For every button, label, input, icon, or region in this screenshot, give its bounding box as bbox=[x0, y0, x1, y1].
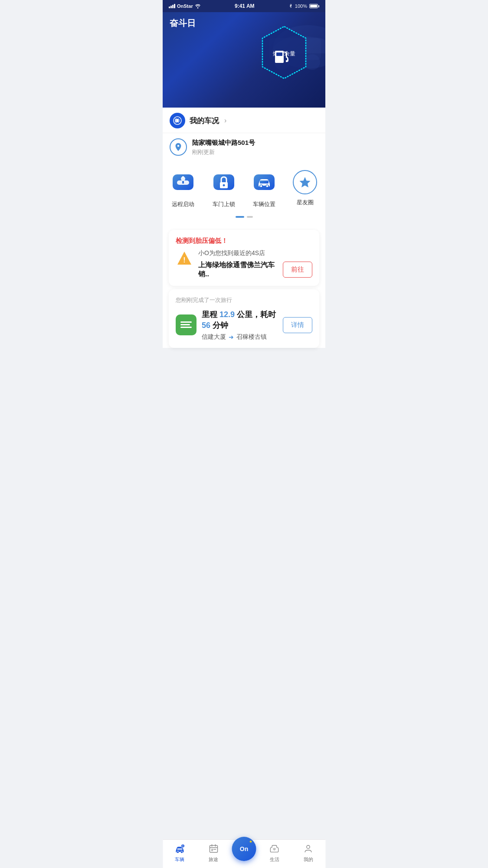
buick-logo bbox=[170, 113, 185, 128]
bluetooth-icon bbox=[288, 3, 293, 9]
alert-subtitle: 小O为您找到最近的4S店 bbox=[198, 249, 312, 257]
door-lock-icon-wrapper bbox=[212, 170, 236, 196]
hero-section: 奋斗日 燃油余量 bbox=[163, 12, 325, 108]
time-display: 9:41 AM bbox=[235, 3, 255, 9]
trip-duration-value: 56 bbox=[202, 321, 210, 330]
main-content: 我的车况 › 陆家嘴银城中路501号 刚刚更新 bbox=[163, 107, 325, 348]
quick-actions: 远程启动 bbox=[163, 161, 325, 213]
action-remote-start[interactable]: 远程启动 bbox=[163, 170, 203, 208]
dot-active bbox=[236, 216, 244, 218]
trip-subtitle: 您刚刚完成了一次旅行 bbox=[176, 296, 312, 304]
fuel-widget[interactable]: 燃油余量 bbox=[260, 25, 308, 80]
remote-start-label: 远程启动 bbox=[172, 200, 194, 208]
svg-point-21 bbox=[260, 185, 262, 187]
trip-stats: 里程 12.9 公里，耗时 56 分钟 bbox=[202, 309, 278, 331]
trip-direction-icon: ➜ bbox=[229, 334, 234, 341]
vehicle-location-label: 车辆位置 bbox=[253, 200, 275, 208]
action-door-lock[interactable]: 车门上锁 bbox=[203, 170, 244, 208]
svg-rect-14 bbox=[182, 181, 184, 183]
trip-card: 您刚刚完成了一次旅行 里程 12.9 公里，耗时 56 分钟 bbox=[169, 289, 319, 348]
trip-icon bbox=[176, 314, 197, 335]
location-address: 陆家嘴银城中路501号 bbox=[192, 138, 318, 147]
vehicle-location-icon-wrapper bbox=[252, 170, 276, 196]
status-bar: OnStar 9:41 AM 100% bbox=[163, 0, 325, 12]
svg-rect-20 bbox=[260, 180, 269, 183]
svg-rect-28 bbox=[180, 327, 192, 328]
door-lock-icon bbox=[212, 170, 236, 194]
trip-distance-unit: 公里，耗时 bbox=[237, 310, 276, 319]
remote-start-icon bbox=[171, 170, 195, 194]
vehicle-location-icon bbox=[252, 170, 276, 194]
battery-percent: 100% bbox=[295, 3, 307, 9]
trip-route: 信建大厦 ➜ 召稼楼古镇 bbox=[202, 333, 278, 341]
remote-start-icon-wrapper bbox=[171, 170, 195, 196]
location-icon bbox=[170, 138, 187, 156]
svg-point-18 bbox=[223, 184, 225, 186]
trip-distance-label: 里程 bbox=[202, 310, 217, 319]
svg-rect-27 bbox=[180, 324, 190, 325]
warning-icon: ! bbox=[176, 249, 193, 267]
dot-inactive bbox=[247, 216, 253, 218]
location-updated: 刚刚更新 bbox=[192, 148, 318, 156]
svg-point-10 bbox=[177, 119, 178, 122]
status-right: 100% bbox=[288, 3, 319, 9]
vehicle-status-arrow: › bbox=[224, 117, 226, 124]
pagination-dots bbox=[163, 213, 325, 226]
action-vehicle-location[interactable]: 车辆位置 bbox=[244, 170, 285, 208]
trip-duration-unit: 分钟 bbox=[213, 321, 228, 330]
vehicle-status-label: 我的车况 bbox=[190, 116, 219, 126]
trip-to: 召稼楼古镇 bbox=[236, 333, 267, 341]
signal-icon bbox=[169, 4, 175, 8]
svg-rect-6 bbox=[276, 52, 282, 56]
door-lock-label: 车门上锁 bbox=[213, 200, 235, 208]
hexagon-shape: 燃油余量 bbox=[260, 25, 308, 80]
svg-text:!: ! bbox=[183, 256, 185, 264]
svg-point-15 bbox=[182, 176, 184, 178]
star-circle-icon-wrapper bbox=[293, 170, 317, 194]
battery-icon bbox=[309, 4, 319, 8]
trip-detail-button[interactable]: 详情 bbox=[283, 317, 312, 333]
trip-from: 信建大厦 bbox=[202, 333, 226, 341]
star-circle-icon bbox=[298, 175, 312, 189]
svg-point-22 bbox=[266, 185, 269, 187]
wifi-icon bbox=[195, 3, 201, 9]
carrier-label: OnStar bbox=[177, 3, 193, 9]
status-left: OnStar bbox=[169, 3, 201, 9]
svg-marker-23 bbox=[300, 177, 311, 187]
vehicle-status-row[interactable]: 我的车况 › bbox=[163, 107, 325, 133]
location-row: 陆家嘴银城中路501号 刚刚更新 bbox=[163, 133, 325, 161]
star-circle-label: 星友圈 bbox=[297, 199, 314, 206]
alert-goto-button[interactable]: 前往 bbox=[283, 262, 312, 278]
alert-title: 检测到胎压偏低！ bbox=[176, 237, 312, 245]
trip-distance-value: 12.9 bbox=[219, 310, 235, 319]
svg-rect-26 bbox=[180, 321, 192, 323]
alert-card: 检测到胎压偏低！ ! 小O为您找到最近的4S店 上海绿地徐通雪佛兰汽车销.. 前… bbox=[169, 230, 319, 286]
action-star-circle[interactable]: 星友圈 bbox=[285, 170, 325, 208]
alert-store-name: 上海绿地徐通雪佛兰汽车销.. bbox=[198, 261, 283, 279]
hero-title: 奋斗日 bbox=[170, 17, 196, 29]
